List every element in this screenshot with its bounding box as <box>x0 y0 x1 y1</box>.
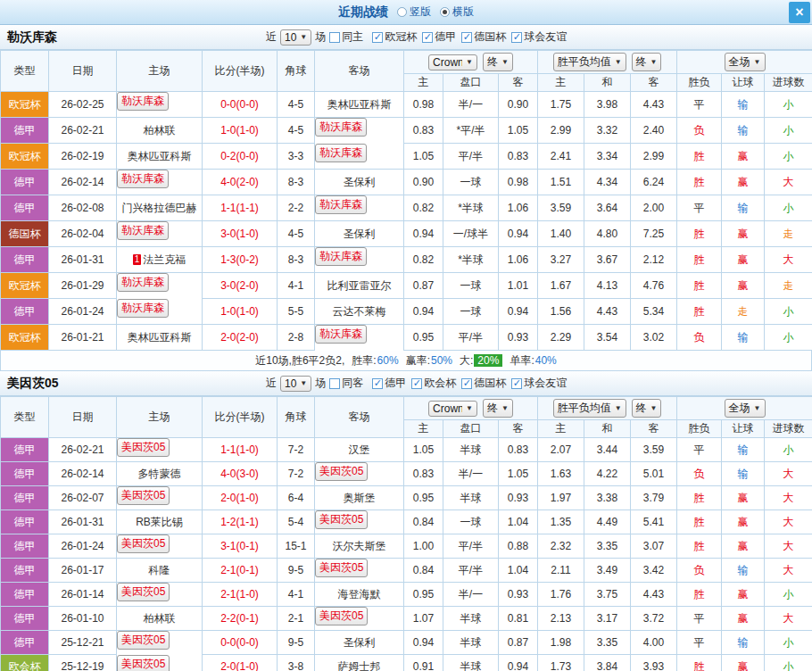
match-row[interactable]: 德甲26-02-21美因茨051-1(1-0)7-2汉堡1.05半球0.832.… <box>1 438 812 462</box>
result-cell: 平 <box>677 195 722 221</box>
handicap-result-cell: 输 <box>722 325 765 351</box>
radio-vertical-label[interactable]: 竖版 <box>410 4 431 20</box>
bookmaker-select[interactable]: Crown▼ <box>428 54 477 70</box>
match-row[interactable]: 德甲26-02-14多特蒙德4-0(3-0)7-2美因茨050.83半/一1.0… <box>1 462 812 486</box>
final-odds-select[interactable]: 终▼ <box>483 53 513 71</box>
corner-cell: 2-1 <box>278 607 315 631</box>
league-filter[interactable]: ✓球会友谊 <box>511 376 572 391</box>
avg-odds-select[interactable]: 胜平负均值▼ <box>553 399 626 418</box>
score-cell: 3-0(1-0) <box>203 221 278 247</box>
match-count-select[interactable]: 10▼ <box>280 376 311 392</box>
games-label: 场 <box>315 29 326 45</box>
score-cell: 1-0(1-0) <box>203 299 278 325</box>
match-row[interactable]: 德甲26-01-14美因茨052-1(1-0)4-1海登海默0.95半/一0.9… <box>1 583 812 607</box>
date-cell: 26-01-31 <box>49 247 117 273</box>
date-cell: 26-02-08 <box>49 195 117 221</box>
checkbox-icon[interactable]: ✓ <box>372 32 383 43</box>
asian-away-odds-cell: 1.05 <box>499 118 538 144</box>
handicap-result-cell: 赢 <box>722 583 765 607</box>
same-venue-filter[interactable]: 同主 <box>329 29 369 45</box>
euro-away-odds-cell: 3.79 <box>631 486 677 510</box>
asian-home-odds-cell: 0.82 <box>404 195 443 221</box>
checkbox-icon[interactable]: ✓ <box>411 378 422 389</box>
match-row[interactable]: 德甲26-01-24勒沃库森1-0(1-0)5-5云达不莱梅0.94一球0.94… <box>1 299 812 325</box>
checkbox-icon[interactable]: ✓ <box>461 32 472 43</box>
score-cell: 3-0(2-0) <box>203 273 278 299</box>
handicap-cell: 平/半 <box>443 534 499 559</box>
match-row[interactable]: 德甲26-01-311法兰克福1-3(0-2)8-3勒沃库森0.82*半球1.0… <box>1 247 812 273</box>
league-filter[interactable]: ✓欧冠杯 <box>372 29 422 45</box>
checkbox-icon[interactable] <box>329 378 340 389</box>
match-count-select[interactable]: 10▼ <box>280 29 311 46</box>
league-cell: 欧冠杯 <box>1 92 49 118</box>
scope-select[interactable]: 全场▼ <box>725 53 766 71</box>
bookmaker-select[interactable]: Crown▼ <box>428 401 477 417</box>
match-row[interactable]: 德甲26-02-07美因茨052-0(1-0)6-4奥斯堡0.95半球0.931… <box>1 486 812 510</box>
match-row[interactable]: 欧会杯25-12-19美因茨052-0(1-0)3-8萨姆士邦0.91半球0.9… <box>1 655 812 671</box>
same-venue-filter[interactable]: 同客 <box>329 376 369 391</box>
col-header-euro-away: 客 <box>631 420 677 438</box>
match-row[interactable]: 德甲26-01-24美因茨053-1(0-1)15-1沃尔夫斯堡1.00平/半0… <box>1 534 812 559</box>
checkbox-icon[interactable]: ✓ <box>511 378 522 389</box>
match-row[interactable]: 欧冠杯26-02-19奥林匹亚科斯0-2(0-0)3-3勒沃库森1.05平/半0… <box>1 144 812 170</box>
match-row[interactable]: 德甲26-02-21柏林联1-0(1-0)4-5勒沃库森0.83*平/半1.05… <box>1 118 812 144</box>
match-row[interactable]: 德甲26-02-14勒沃库森4-0(2-0)8-3圣保利0.90一球0.981.… <box>1 170 812 195</box>
team-name: 勒沃库森 <box>0 29 57 46</box>
match-row[interactable]: 德甲26-01-10柏林联2-2(0-1)2-1美因茨051.07半球0.812… <box>1 607 812 631</box>
final-odds-select[interactable]: 终▼ <box>632 53 662 71</box>
result-cell: 平 <box>677 438 722 462</box>
final-odds-select[interactable]: 终▼ <box>483 399 513 418</box>
league-filter[interactable]: ✓德甲 <box>372 376 411 391</box>
chevron-down-icon: ▼ <box>501 404 509 412</box>
goals-result-cell: 走 <box>765 221 812 247</box>
col-header-result: 胜负 <box>677 420 722 438</box>
checkbox-icon[interactable]: ✓ <box>422 32 433 43</box>
match-row[interactable]: 欧冠杯26-01-21奥林匹亚科斯2-0(2-0)2-8勒沃库森0.95平/半0… <box>1 325 812 351</box>
goals-result-cell: 大 <box>765 510 812 534</box>
checkbox-icon[interactable]: ✓ <box>511 32 522 43</box>
match-row[interactable]: 德国杯26-02-04勒沃库森3-0(1-0)4-5圣保利0.94一/球半0.9… <box>1 221 812 247</box>
match-row[interactable]: 德甲26-02-08门兴格拉德巴赫1-1(1-1)2-2勒沃库森0.82*半球1… <box>1 195 812 221</box>
euro-draw-odds-cell: 3.44 <box>584 438 631 462</box>
match-row[interactable]: 德甲26-01-31RB莱比锡1-2(1-1)5-4美因茨050.84一球1.0… <box>1 510 812 534</box>
scope-select[interactable]: 全场▼ <box>725 399 766 418</box>
radio-vertical-icon[interactable] <box>397 7 407 17</box>
home-team-cell: 柏林联 <box>117 607 203 631</box>
corner-cell: 3-3 <box>278 144 315 170</box>
home-team-cell: 美因茨05 <box>117 438 170 457</box>
handicap-cell: 一球 <box>443 170 499 195</box>
handicap-cell: 平/半 <box>443 325 499 351</box>
away-team-cell: 勒沃库森 <box>315 247 367 266</box>
league-filter[interactable]: ✓德甲 <box>422 29 461 45</box>
asian-away-odds-cell: 0.83 <box>499 144 538 170</box>
match-row[interactable]: 欧冠杯26-01-29勒沃库森3-0(2-0)4-1比利亚雷亚尔0.87一球1.… <box>1 273 812 299</box>
away-team-cell: 云达不莱梅 <box>315 299 404 325</box>
corner-cell: 4-1 <box>278 273 315 299</box>
col-header-away: 客场 <box>315 397 404 438</box>
final-odds-select[interactable]: 终▼ <box>632 399 662 418</box>
away-team-cell: 勒沃库森 <box>315 195 367 214</box>
checkbox-icon[interactable] <box>329 32 340 43</box>
radio-horizontal-label[interactable]: 横版 <box>452 4 474 20</box>
league-filter[interactable]: ✓欧会杯 <box>411 376 461 391</box>
col-header-score: 比分(半场) <box>203 397 278 438</box>
euro-home-odds-cell: 3.27 <box>538 247 584 273</box>
euro-draw-odds-cell: 4.43 <box>584 299 631 325</box>
checkbox-icon[interactable]: ✓ <box>461 378 472 389</box>
result-cell: 胜 <box>677 486 722 510</box>
league-filter[interactable]: ✓德国杯 <box>461 376 511 391</box>
handicap-cell: *平/半 <box>443 118 499 144</box>
radio-horizontal-icon[interactable] <box>440 7 450 17</box>
league-filter[interactable]: ✓德国杯 <box>461 29 511 45</box>
asian-away-odds-cell: 0.83 <box>499 438 538 462</box>
checkbox-icon[interactable]: ✓ <box>372 378 383 389</box>
match-row[interactable]: 欧冠杯26-02-25勒沃库森0-0(0-0)4-5奥林匹亚科斯0.98半/一0… <box>1 92 812 118</box>
euro-home-odds-cell: 3.59 <box>538 195 584 221</box>
league-filter[interactable]: ✓球会友谊 <box>511 29 572 45</box>
corner-cell: 7-2 <box>278 438 315 462</box>
match-row[interactable]: 德甲25-12-21美因茨050-0(0-0)9-5圣保利0.94半球0.871… <box>1 631 812 655</box>
match-row[interactable]: 德甲26-01-17科隆2-1(0-1)9-5美因茨050.84平/半1.042… <box>1 559 812 583</box>
close-button[interactable]: × <box>789 2 810 23</box>
home-team-cell: 奥林匹亚科斯 <box>117 325 203 351</box>
avg-odds-select[interactable]: 胜平负均值▼ <box>553 53 626 71</box>
